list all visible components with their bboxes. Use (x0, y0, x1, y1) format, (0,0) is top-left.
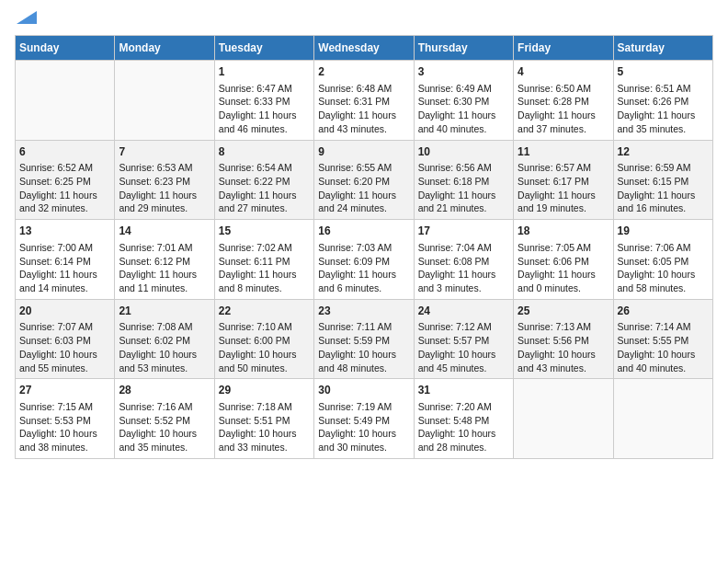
day-info: Sunrise: 7:18 AM Sunset: 5:51 PM Dayligh… (219, 400, 310, 454)
day-number: 1 (219, 64, 310, 80)
day-info: Sunrise: 6:59 AM Sunset: 6:15 PM Dayligh… (618, 161, 709, 215)
day-info: Sunrise: 7:02 AM Sunset: 6:11 PM Dayligh… (219, 241, 310, 295)
weekday-header-monday: Monday (115, 36, 214, 61)
day-info: Sunrise: 7:06 AM Sunset: 6:05 PM Dayligh… (618, 241, 709, 295)
calendar-cell: 18Sunrise: 7:05 AM Sunset: 6:06 PM Dayli… (514, 220, 613, 300)
day-info: Sunrise: 6:57 AM Sunset: 6:17 PM Dayligh… (518, 161, 609, 215)
day-number: 19 (618, 224, 709, 239)
calendar-week-row: 27Sunrise: 7:15 AM Sunset: 5:53 PM Dayli… (16, 379, 713, 459)
calendar-cell: 20Sunrise: 7:07 AM Sunset: 6:03 PM Dayli… (16, 299, 115, 379)
day-info: Sunrise: 7:10 AM Sunset: 6:00 PM Dayligh… (219, 320, 310, 374)
calendar-cell: 2Sunrise: 6:48 AM Sunset: 6:31 PM Daylig… (314, 61, 414, 141)
day-info: Sunrise: 6:50 AM Sunset: 6:28 PM Dayligh… (518, 82, 609, 136)
day-info: Sunrise: 6:53 AM Sunset: 6:23 PM Dayligh… (119, 161, 210, 215)
day-info: Sunrise: 7:13 AM Sunset: 5:56 PM Dayligh… (518, 320, 609, 374)
calendar-cell: 1Sunrise: 6:47 AM Sunset: 6:33 PM Daylig… (214, 61, 313, 141)
day-info: Sunrise: 6:56 AM Sunset: 6:18 PM Dayligh… (418, 161, 509, 215)
calendar-cell: 31Sunrise: 7:20 AM Sunset: 5:48 PM Dayli… (414, 379, 513, 459)
calendar-cell: 24Sunrise: 7:12 AM Sunset: 5:57 PM Dayli… (414, 299, 513, 379)
day-info: Sunrise: 7:03 AM Sunset: 6:09 PM Dayligh… (318, 241, 409, 295)
day-info: Sunrise: 7:14 AM Sunset: 5:55 PM Dayligh… (618, 320, 709, 374)
day-number: 9 (318, 144, 409, 160)
calendar-cell: 4Sunrise: 6:50 AM Sunset: 6:28 PM Daylig… (514, 61, 613, 141)
day-info: Sunrise: 7:15 AM Sunset: 5:53 PM Dayligh… (19, 400, 110, 454)
day-info: Sunrise: 7:11 AM Sunset: 5:59 PM Dayligh… (318, 320, 409, 374)
calendar-cell: 6Sunrise: 6:52 AM Sunset: 6:25 PM Daylig… (16, 140, 115, 220)
day-info: Sunrise: 6:55 AM Sunset: 6:20 PM Dayligh… (318, 161, 409, 215)
day-number: 5 (618, 64, 709, 80)
day-info: Sunrise: 7:16 AM Sunset: 5:52 PM Dayligh… (119, 400, 210, 454)
day-info: Sunrise: 6:52 AM Sunset: 6:25 PM Dayligh… (19, 161, 110, 215)
calendar-cell: 28Sunrise: 7:16 AM Sunset: 5:52 PM Dayli… (115, 379, 214, 459)
calendar-cell: 19Sunrise: 7:06 AM Sunset: 6:05 PM Dayli… (613, 220, 712, 300)
day-number: 8 (219, 144, 310, 160)
day-number: 6 (19, 144, 110, 160)
day-info: Sunrise: 7:08 AM Sunset: 6:02 PM Dayligh… (119, 320, 210, 374)
day-number: 12 (618, 144, 709, 160)
calendar-cell: 8Sunrise: 6:54 AM Sunset: 6:22 PM Daylig… (214, 140, 313, 220)
day-number: 26 (618, 304, 709, 319)
calendar-cell: 12Sunrise: 6:59 AM Sunset: 6:15 PM Dayli… (613, 140, 712, 220)
svg-marker-0 (17, 11, 37, 24)
calendar-cell: 7Sunrise: 6:53 AM Sunset: 6:23 PM Daylig… (115, 140, 214, 220)
weekday-header-tuesday: Tuesday (214, 36, 313, 61)
day-info: Sunrise: 7:07 AM Sunset: 6:03 PM Dayligh… (19, 320, 110, 374)
calendar-cell: 30Sunrise: 7:19 AM Sunset: 5:49 PM Dayli… (314, 379, 414, 459)
day-number: 16 (318, 224, 409, 239)
calendar-cell (514, 379, 613, 459)
day-info: Sunrise: 6:54 AM Sunset: 6:22 PM Dayligh… (219, 161, 310, 215)
day-info: Sunrise: 7:00 AM Sunset: 6:14 PM Dayligh… (19, 241, 110, 295)
calendar-cell: 14Sunrise: 7:01 AM Sunset: 6:12 PM Dayli… (115, 220, 214, 300)
weekday-header-friday: Friday (514, 36, 613, 61)
day-number: 24 (418, 304, 509, 319)
calendar-cell: 17Sunrise: 7:04 AM Sunset: 6:08 PM Dayli… (414, 220, 513, 300)
day-number: 29 (219, 383, 310, 398)
page-header (15, 15, 713, 24)
calendar-cell: 29Sunrise: 7:18 AM Sunset: 5:51 PM Dayli… (214, 379, 313, 459)
day-number: 4 (518, 64, 609, 80)
day-number: 20 (19, 304, 110, 319)
day-number: 17 (418, 224, 509, 239)
weekday-header-wednesday: Wednesday (314, 36, 414, 61)
day-number: 31 (418, 383, 509, 398)
day-info: Sunrise: 6:51 AM Sunset: 6:26 PM Dayligh… (618, 82, 709, 136)
day-number: 25 (518, 304, 609, 319)
day-number: 15 (219, 224, 310, 239)
day-number: 18 (518, 224, 609, 239)
day-info: Sunrise: 7:05 AM Sunset: 6:06 PM Dayligh… (518, 241, 609, 295)
day-number: 11 (518, 144, 609, 160)
day-number: 13 (19, 224, 110, 239)
calendar-cell (613, 379, 712, 459)
day-number: 10 (418, 144, 509, 160)
calendar-cell: 5Sunrise: 6:51 AM Sunset: 6:26 PM Daylig… (613, 61, 712, 141)
weekday-header-sunday: Sunday (16, 36, 115, 61)
day-number: 3 (418, 64, 509, 80)
calendar-cell: 9Sunrise: 6:55 AM Sunset: 6:20 PM Daylig… (314, 140, 414, 220)
day-info: Sunrise: 7:04 AM Sunset: 6:08 PM Dayligh… (418, 241, 509, 295)
calendar-week-row: 1Sunrise: 6:47 AM Sunset: 6:33 PM Daylig… (16, 61, 713, 141)
day-number: 14 (119, 224, 210, 239)
day-info: Sunrise: 6:47 AM Sunset: 6:33 PM Dayligh… (219, 82, 310, 136)
day-info: Sunrise: 7:19 AM Sunset: 5:49 PM Dayligh… (318, 400, 409, 454)
calendar-table: SundayMondayTuesdayWednesdayThursdayFrid… (15, 35, 713, 459)
day-number: 28 (119, 383, 210, 398)
calendar-cell: 25Sunrise: 7:13 AM Sunset: 5:56 PM Dayli… (514, 299, 613, 379)
calendar-cell (115, 61, 214, 141)
day-number: 27 (19, 383, 110, 398)
logo-icon (17, 11, 37, 24)
logo (15, 15, 37, 24)
weekday-header-saturday: Saturday (613, 36, 712, 61)
calendar-cell: 15Sunrise: 7:02 AM Sunset: 6:11 PM Dayli… (214, 220, 313, 300)
day-info: Sunrise: 7:12 AM Sunset: 5:57 PM Dayligh… (418, 320, 509, 374)
day-number: 7 (119, 144, 210, 160)
calendar-cell: 27Sunrise: 7:15 AM Sunset: 5:53 PM Dayli… (16, 379, 115, 459)
day-info: Sunrise: 6:49 AM Sunset: 6:30 PM Dayligh… (418, 82, 509, 136)
calendar-cell: 13Sunrise: 7:00 AM Sunset: 6:14 PM Dayli… (16, 220, 115, 300)
calendar-cell: 11Sunrise: 6:57 AM Sunset: 6:17 PM Dayli… (514, 140, 613, 220)
calendar-cell (16, 61, 115, 141)
day-number: 23 (318, 304, 409, 319)
day-info: Sunrise: 7:20 AM Sunset: 5:48 PM Dayligh… (418, 400, 509, 454)
day-number: 21 (119, 304, 210, 319)
calendar-cell: 22Sunrise: 7:10 AM Sunset: 6:00 PM Dayli… (214, 299, 313, 379)
calendar-cell: 26Sunrise: 7:14 AM Sunset: 5:55 PM Dayli… (613, 299, 712, 379)
